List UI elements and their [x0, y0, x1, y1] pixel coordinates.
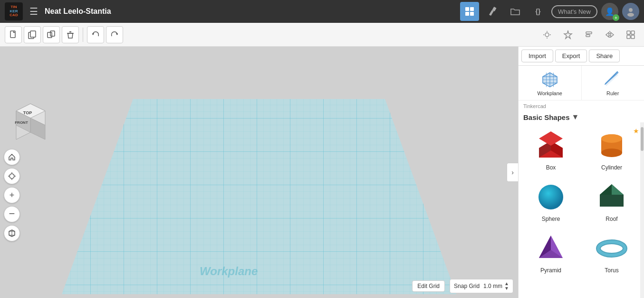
toolbar-right	[125, 26, 639, 43]
hamburger-menu[interactable]: ☰	[28, 4, 40, 19]
svg-point-6	[627, 13, 634, 17]
svg-rect-46	[57, 85, 461, 298]
pyramid-label: Pyramid	[540, 267, 561, 274]
cylinder-label: Cylinder	[601, 164, 622, 171]
workplane-grid: Workplane	[57, 85, 461, 298]
svg-marker-61	[539, 131, 563, 146]
shapes-title-row: Basic Shapes ▼	[519, 110, 644, 122]
main-area: TOP FRONT + −	[0, 47, 644, 298]
svg-rect-3	[470, 12, 474, 16]
svg-rect-9	[30, 31, 36, 37]
import-btn[interactable]: Import	[521, 50, 553, 62]
shapes-header: Tinkercad	[519, 100, 644, 110]
community-btn[interactable]	[559, 26, 577, 43]
svg-rect-27	[627, 35, 630, 39]
align-btn[interactable]	[580, 26, 597, 43]
svg-rect-26	[631, 31, 634, 34]
export-btn[interactable]: Export	[555, 50, 587, 62]
svg-marker-69	[612, 184, 624, 195]
home-view-btn[interactable]	[4, 149, 20, 165]
shape-item-torus[interactable]: Torus	[582, 228, 641, 278]
scrollbar-track[interactable]	[640, 122, 644, 298]
left-nav-tools: + −	[4, 149, 20, 241]
svg-marker-68	[600, 184, 612, 195]
sphere-label: Sphere	[542, 216, 560, 222]
svg-point-66	[538, 185, 563, 209]
workplane-text-label: Workplane	[200, 265, 258, 278]
whats-new-btn[interactable]: What's New	[551, 5, 597, 18]
shapes-title: Basic Shapes	[523, 113, 570, 121]
cube-front-label: FRONT	[15, 120, 28, 125]
svg-point-35	[10, 174, 14, 179]
snap-grid-stepper[interactable]: ▲ ▼	[504, 281, 509, 291]
svg-rect-0	[465, 7, 469, 11]
shape-item-roof[interactable]: Roof	[582, 177, 641, 226]
svg-point-14	[545, 33, 549, 37]
copy-btn[interactable]	[24, 26, 41, 43]
snap-grid: Snap Grid 1.0 mm ▲ ▼	[450, 279, 513, 293]
svg-rect-10	[48, 32, 52, 38]
svg-marker-24	[611, 32, 614, 37]
roof-label: Roof	[606, 216, 617, 222]
light-btn[interactable]	[538, 26, 556, 43]
shape-item-cylinder[interactable]: ★ Cylinder	[582, 125, 641, 175]
snap-grid-label: Snap Grid	[454, 283, 480, 289]
svg-rect-7	[10, 31, 15, 38]
panel-toggle-btn[interactable]: ›	[507, 163, 518, 182]
svg-rect-25	[627, 31, 630, 34]
fit-view-btn[interactable]	[4, 168, 20, 184]
redo-btn[interactable]	[106, 26, 123, 43]
nav-icons: {} What's New 👤 +	[460, 2, 639, 21]
workplane-label: Workplane	[538, 90, 562, 96]
ruler-label: Ruler	[606, 90, 619, 96]
toolbar-separator	[83, 28, 83, 42]
folder-btn[interactable]	[506, 2, 525, 21]
cube-top-label: TOP	[23, 110, 32, 115]
bottom-bar: Edit Grid Snap Grid 1.0 mm ▲ ▼	[412, 279, 513, 293]
svg-marker-23	[606, 32, 609, 37]
right-panel: Import Export Share Workplane	[518, 47, 644, 298]
shapes-category: Tinkercad	[523, 103, 546, 109]
zoom-in-btn[interactable]: +	[4, 187, 20, 203]
snap-grid-value: 1.0 mm	[483, 283, 502, 289]
tinkercad-logo: TINKERCAD	[5, 2, 23, 20]
svg-rect-20	[586, 32, 592, 34]
workplane-tool[interactable]: Workplane	[519, 66, 582, 100]
svg-point-5	[629, 8, 633, 12]
right-panel-shapes: Box ★ Cylinder	[519, 122, 644, 298]
group-btn[interactable]	[622, 26, 639, 43]
svg-rect-1	[470, 7, 474, 11]
svg-rect-11	[50, 31, 55, 36]
svg-rect-28	[631, 35, 634, 39]
svg-rect-2	[465, 12, 469, 16]
duplicate-btn[interactable]	[43, 26, 60, 43]
ies-bar: Import Export Share	[519, 47, 644, 66]
edit-grid-btn[interactable]: Edit Grid	[412, 280, 445, 292]
grid-view-btn[interactable]	[460, 2, 479, 21]
canvas-area[interactable]: TOP FRONT + −	[0, 47, 518, 298]
shape-item-pyramid[interactable]: Pyramid	[521, 228, 580, 278]
torus-label: Torus	[605, 267, 618, 274]
scrollbar-thumb[interactable]	[641, 127, 644, 151]
view-cube-btn[interactable]	[4, 225, 20, 241]
mirror-btn[interactable]	[601, 26, 618, 43]
user-avatar-btn[interactable]	[622, 3, 639, 20]
viewport-cube[interactable]: TOP FRONT	[10, 99, 51, 146]
svg-point-65	[601, 134, 622, 143]
zoom-out-btn[interactable]: −	[4, 206, 20, 222]
codeblocks-btn[interactable]: {}	[529, 2, 548, 21]
build-btn[interactable]	[483, 2, 502, 21]
add-user-btn[interactable]: 👤 +	[601, 3, 618, 20]
undo-btn[interactable]	[87, 26, 104, 43]
new-document-btn[interactable]	[5, 26, 22, 43]
shapes-dropdown-btn[interactable]: ▼	[572, 113, 579, 121]
shapes-grid: Box ★ Cylinder	[519, 122, 644, 280]
svg-point-64	[601, 149, 622, 157]
shape-item-box[interactable]: Box	[521, 125, 580, 175]
share-btn[interactable]: Share	[589, 50, 620, 62]
box-label: Box	[546, 164, 556, 171]
ruler-tool[interactable]: Ruler	[582, 66, 644, 100]
svg-marker-19	[564, 31, 572, 39]
delete-btn[interactable]	[62, 26, 79, 43]
shape-item-sphere[interactable]: Sphere	[521, 177, 580, 226]
